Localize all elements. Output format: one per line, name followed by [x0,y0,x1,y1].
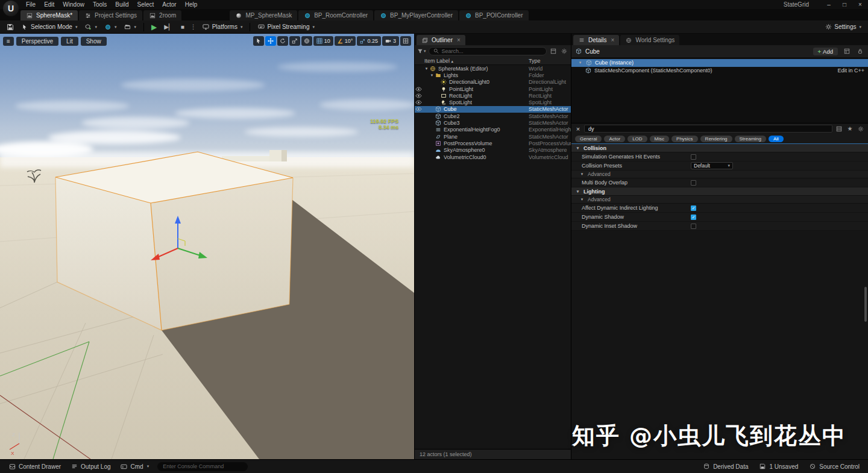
checkbox-affect-dynamic-indirect-lighting[interactable]: ✓ [691,205,696,211]
viewport-menu-button[interactable]: ≡ [3,37,14,46]
save-all-button[interactable] [4,22,17,32]
filter-chip-streaming[interactable]: Streaming [735,136,766,142]
outliner-row-directionallight0[interactable]: DirectionalLight0DirectionalLight [415,79,571,86]
frame-skip-button[interactable]: ▶▏ [161,22,176,31]
tab-bp-poicontroller[interactable]: BP_POIController [459,10,528,20]
tab-bp-myplayercontroller[interactable]: BP_MyPlayerController [374,10,458,20]
tab-project-settings[interactable]: Project Settings [79,10,142,20]
favorites-star-icon[interactable]: ★ [846,125,854,133]
outliner-row-cube3[interactable]: Cube3StaticMeshActor [415,119,571,126]
play-button[interactable]: ▶ [148,22,160,33]
filter-chip-actor[interactable]: Actor [604,136,625,142]
filter-chip-general[interactable]: General [575,136,602,142]
maximize-viewport-button[interactable] [400,36,411,46]
section-header-lighting[interactable]: ▾Lighting [571,187,868,196]
close-icon[interactable]: × [457,37,461,43]
outliner-settings-button[interactable] [560,47,568,55]
panel-options-button[interactable] [843,47,851,55]
menu-file[interactable]: File [22,0,40,9]
eye-icon[interactable] [415,107,423,111]
world-space-button[interactable] [301,36,312,46]
outliner-row-rectlight[interactable]: RectLightRectLight [415,92,571,99]
checkbox-dynamic-shadow[interactable]: ✓ [691,215,696,220]
cinematics-button[interactable]: ▾ [121,22,139,32]
eye-icon[interactable] [415,93,423,98]
filter-chip-physics[interactable]: Physics [671,136,698,142]
checkbox-multi-body-overlap[interactable] [691,180,696,186]
checkbox-dynamic-inset-shadow[interactable] [691,224,696,229]
scale-tool-button[interactable] [289,36,300,46]
viewport[interactable]: ≡ Perspective Lit Show 10 ∠ 10 [0,34,414,459]
lit-dropdown[interactable]: Lit [61,37,78,46]
tab-bp-roomcontroller[interactable]: BP_RoomController [298,10,373,20]
clear-search-button[interactable]: × [574,125,582,133]
outliner-filter-button[interactable]: ▾ [417,47,426,55]
tab-2room[interactable]: 2room [143,10,181,20]
sort-item-label-header[interactable]: Item Label ▴ [415,58,529,64]
derived-data-button[interactable]: Derived Data [699,463,752,470]
filter-chip-all[interactable]: All [769,136,784,142]
menu-window[interactable]: Window [58,0,89,9]
rotate-tool-button[interactable] [277,36,288,46]
eye-icon[interactable] [415,100,423,105]
type-column-header[interactable]: Type [529,58,571,64]
component-row-cube-instance[interactable]: ▾Cube (Instance) [571,59,868,67]
edit-in-cpp-link[interactable]: Edit in C++ [837,67,864,74]
cmd-dropdown[interactable]: Cmd▾ [117,460,153,473]
unreal-logo[interactable]: U [3,1,19,16]
menu-build[interactable]: Build [111,0,133,9]
maximize-button[interactable]: □ [837,0,852,9]
outliner-row-postprocessvolume[interactable]: PostProcessVolumePostProcessVolume [415,140,571,146]
blueprints-button[interactable]: ▾ [101,22,120,32]
settings-dropdown[interactable]: Settings▾ [822,22,864,32]
outliner-row-volumetriccloud0[interactable]: VolumetricCloud0VolumetricCloud [415,154,571,160]
menu-select[interactable]: Select [133,0,159,9]
scale-snap-control[interactable]: 0.25 [357,36,381,46]
source-control-button[interactable]: Source Control [805,463,863,470]
details-scrollbar[interactable] [864,287,867,322]
rotation-snap-control[interactable]: ∠ 10° [335,36,356,46]
tab-mp-spheremask[interactable]: MP_SphereMask [230,10,297,20]
world-settings-tab[interactable]: World Settings [620,35,679,45]
selection-mode-dropdown[interactable]: Selection Mode▾ [18,22,80,32]
details-settings-button[interactable] [857,125,865,133]
outliner-row-plane[interactable]: PlaneStaticMeshActor [415,133,571,140]
unsaved-button[interactable]: 1 Unsaved [755,463,802,470]
grid-snap-control[interactable]: 10 [313,36,333,46]
expander-icon[interactable]: ▾ [429,73,435,78]
add-component-button[interactable]: +Add [813,48,838,55]
close-icon[interactable]: × [611,37,615,43]
eye-icon[interactable] [415,87,423,92]
add-actor-button[interactable]: ▾ [81,22,100,32]
select-tool-button[interactable] [253,36,264,46]
checkbox-simulation-generates-hit-events[interactable] [691,154,696,160]
minimize-button[interactable]: – [821,0,837,9]
pixel-streaming-dropdown[interactable]: Pixel Streaming▾ [254,22,318,32]
lock-icon[interactable] [856,47,864,55]
show-dropdown[interactable]: Show [81,37,107,46]
move-tool-button[interactable] [265,36,276,46]
filter-chip-misc[interactable]: Misc [650,136,669,142]
menu-help[interactable]: Help [181,0,202,9]
menu-tools[interactable]: Tools [89,0,111,9]
expander-icon[interactable]: ▾ [424,66,429,71]
details-tab[interactable]: Details × [573,35,619,45]
outliner-view-button[interactable] [549,47,558,55]
subsection-advanced[interactable]: ▾Advanced [571,171,868,178]
section-header-collision[interactable]: ▾Collision [571,144,868,152]
filter-chip-rendering[interactable]: Rendering [700,136,732,142]
filter-chip-lod[interactable]: LOD [627,136,647,142]
outliner-row-spheremask-editor[interactable]: ▾SphereMask (Editor)World [415,65,571,72]
play-options-kebab[interactable]: ⋮ [189,23,198,30]
outliner-row-cube2[interactable]: Cube2StaticMeshActor [415,113,571,119]
outliner-row-spotlight[interactable]: SpotLightSpotLight [415,99,571,105]
outliner-row-exponentialheightfog0[interactable]: ExponentialHeightFog0ExponentialHeightFo… [415,127,571,133]
stop-button[interactable]: ■ [178,22,187,31]
outliner-row-cube[interactable]: CubeStaticMeshActor [415,106,571,113]
outliner-search-input[interactable]: Search... [429,47,547,55]
perspective-dropdown[interactable]: Perspective [16,37,58,46]
tab-spheremask[interactable]: SphereMask* [20,10,78,20]
dropdown-collision-presets[interactable]: Default▾ [691,162,733,169]
outliner-tab[interactable]: Outliner × [417,35,465,45]
outliner-row-lights[interactable]: ▾LightsFolder [415,72,571,78]
